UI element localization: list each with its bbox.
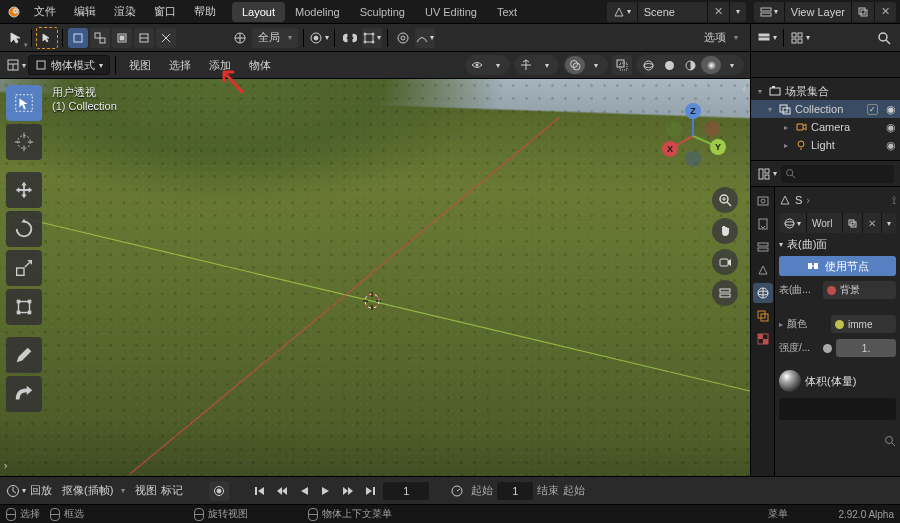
start-frame[interactable]: 1 xyxy=(497,482,533,500)
viewport-menu-select[interactable]: 选择 xyxy=(161,58,199,73)
use-nodes-button[interactable]: 使用节点 xyxy=(779,256,896,276)
gizmo-y[interactable]: Y xyxy=(710,139,726,155)
gizmo-chevron-icon[interactable]: ▾ xyxy=(537,56,557,74)
proportional-toggle-icon[interactable] xyxy=(393,28,413,48)
panel-volume-header[interactable]: 体积(体量) xyxy=(779,370,896,392)
row-strength-value[interactable]: 1. xyxy=(836,339,896,357)
gizmo-neg-z[interactable] xyxy=(685,151,701,167)
toolbar-collapse-chevron-icon[interactable]: ‹ xyxy=(4,461,7,472)
scene-name[interactable]: Scene xyxy=(638,2,708,22)
tab-texture[interactable] xyxy=(753,329,773,349)
tab-viewlayer[interactable] xyxy=(753,237,773,257)
search-icon[interactable] xyxy=(874,28,894,48)
pin-icon[interactable]: ⟟ xyxy=(892,194,896,207)
proportional-type-icon[interactable]: ▾ xyxy=(415,28,435,48)
select-box-icon[interactable] xyxy=(37,28,57,48)
navigation-gizmo[interactable]: X Y Z xyxy=(656,99,730,173)
tool-rotate[interactable] xyxy=(6,211,42,247)
selectability-chevron-icon[interactable]: ▾ xyxy=(488,56,508,74)
autokey-icon[interactable] xyxy=(209,481,229,501)
world-name[interactable]: Worl xyxy=(807,213,843,233)
eye-icon[interactable]: ◉ xyxy=(886,103,896,116)
shading-chevron-icon[interactable]: ▾ xyxy=(722,56,742,74)
outliner-root[interactable]: ▾ 场景集合 xyxy=(751,82,900,100)
xray-icon[interactable] xyxy=(612,55,632,75)
tool-move[interactable] xyxy=(6,172,42,208)
select-mode-a-icon[interactable] xyxy=(68,28,88,48)
viewlayer-new-icon[interactable] xyxy=(852,2,875,22)
scene-selector[interactable]: ▾ Scene ✕ ▾ xyxy=(607,2,746,22)
viewport-menu-add[interactable]: 添加 xyxy=(201,58,239,73)
nav-perspective-icon[interactable] xyxy=(712,280,738,306)
gizmo-neg-x[interactable] xyxy=(704,121,720,137)
eye-icon[interactable]: ◉ xyxy=(886,121,896,134)
show-gizmo-icon[interactable] xyxy=(516,56,536,74)
snap-type-icon[interactable]: ▾ xyxy=(362,28,382,48)
tab-collection[interactable] xyxy=(753,306,773,326)
show-overlays-icon[interactable] xyxy=(565,56,585,74)
cursor-select-icon[interactable]: ▾ xyxy=(6,28,26,48)
blender-logo-icon[interactable] xyxy=(4,2,24,22)
timeline-menu-marker[interactable]: 标记 xyxy=(161,483,183,498)
outliner-item-camera[interactable]: ▸ Camera ◉ xyxy=(751,118,900,136)
select-mode-e-icon[interactable] xyxy=(156,28,176,48)
shading-rendered-icon[interactable] xyxy=(701,56,721,74)
outliner-display-mode-icon[interactable]: ▾ xyxy=(757,28,777,48)
properties-editor-type-icon[interactable]: ▾ xyxy=(757,164,777,184)
options-dropdown[interactable]: 选项▾ xyxy=(698,28,744,48)
pivot-icon[interactable]: ▾ xyxy=(309,28,329,48)
nav-camera-icon[interactable] xyxy=(712,249,738,275)
timeline-menu-keying[interactable]: 抠像(插帧)▾ xyxy=(56,481,131,501)
menu-edit[interactable]: 编辑 xyxy=(66,0,104,23)
nav-zoom-icon[interactable] xyxy=(712,187,738,213)
tool-measure[interactable] xyxy=(6,376,42,412)
tool-scale[interactable] xyxy=(6,250,42,286)
row-color-value[interactable]: imme xyxy=(831,315,896,333)
outliner-filter-icon[interactable]: ▾ xyxy=(790,28,810,48)
tool-annotate[interactable] xyxy=(6,337,42,373)
editor-type-icon[interactable]: ▾ xyxy=(6,55,26,75)
scene-close-icon[interactable]: ✕ xyxy=(708,2,730,22)
selectability-icon[interactable] xyxy=(467,56,487,74)
select-mode-b-icon[interactable] xyxy=(90,28,110,48)
menu-render[interactable]: 渲染 xyxy=(106,0,144,23)
viewlayer-close-icon[interactable]: ✕ xyxy=(875,2,896,22)
timeline-menu-view[interactable]: 视图 xyxy=(135,483,157,498)
tab-layout[interactable]: Layout xyxy=(232,2,285,22)
tab-sculpting[interactable]: Sculpting xyxy=(350,2,415,22)
tool-select-box[interactable] xyxy=(6,85,42,121)
snap-toggle-icon[interactable] xyxy=(340,28,360,48)
object-mode-dropdown[interactable]: 物体模式 ▾ xyxy=(28,55,110,75)
prev-key-icon[interactable] xyxy=(273,482,291,500)
properties-search[interactable] xyxy=(781,165,894,183)
gizmo-neg-y[interactable] xyxy=(666,121,682,137)
shading-wireframe-icon[interactable] xyxy=(638,56,658,74)
tab-output[interactable] xyxy=(753,214,773,234)
world-unlink-icon[interactable]: ✕ xyxy=(863,213,882,233)
sidebar-collapse-chevron-icon[interactable]: ‹ xyxy=(743,83,746,94)
viewport-menu-object[interactable]: 物体 xyxy=(241,58,279,73)
select-mode-d-icon[interactable] xyxy=(134,28,154,48)
eye-icon[interactable]: ◉ xyxy=(886,139,896,152)
viewport-menu-view[interactable]: 视图 xyxy=(121,58,159,73)
tab-render[interactable] xyxy=(753,191,773,211)
preview-range-icon[interactable] xyxy=(447,481,467,501)
next-key-icon[interactable] xyxy=(339,482,357,500)
tab-scene[interactable] xyxy=(753,260,773,280)
overlays-chevron-icon[interactable]: ▾ xyxy=(586,56,606,74)
outliner-item-light[interactable]: ▸ Light ◉ xyxy=(751,136,900,154)
orientation-icon[interactable] xyxy=(230,28,250,48)
current-frame[interactable]: 1 xyxy=(383,482,429,500)
viewlayer-selector[interactable]: ▾ View Layer ✕ xyxy=(754,2,896,22)
menu-help[interactable]: 帮助 xyxy=(186,0,224,23)
panel-surface-header[interactable]: ▾表(曲)面 xyxy=(779,237,896,252)
select-mode-c-icon[interactable] xyxy=(112,28,132,48)
tool-transform[interactable] xyxy=(6,289,42,325)
timeline-menu-playback[interactable]: 回放 xyxy=(30,483,52,498)
orientation-dropdown[interactable]: 全局▾ xyxy=(252,28,298,48)
tab-uv-editing[interactable]: UV Editing xyxy=(415,2,487,22)
tab-text[interactable]: Text xyxy=(487,2,527,22)
scene-chevron[interactable]: ▾ xyxy=(730,2,746,22)
outliner-item-collection[interactable]: ▾ Collection ✓ ◉ xyxy=(751,100,900,118)
jump-end-icon[interactable] xyxy=(361,482,379,500)
